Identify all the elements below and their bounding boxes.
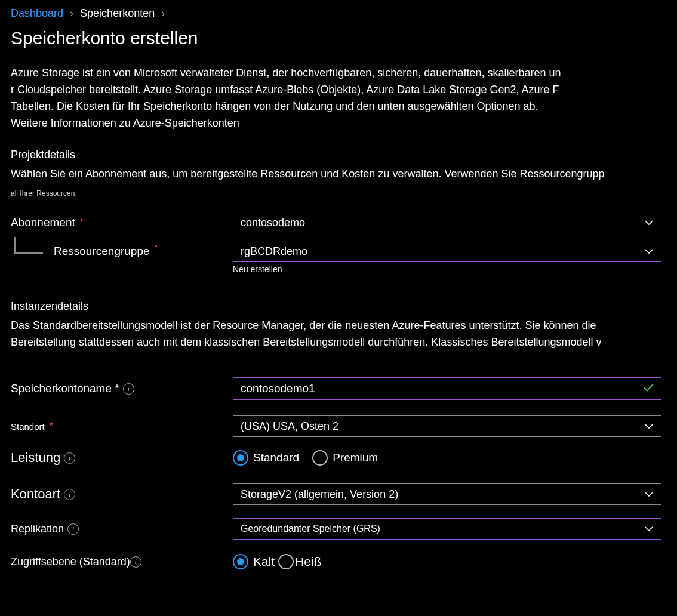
section-heading-project: Projektdetails <box>0 137 677 166</box>
page-title: Speicherkonto erstellen <box>11 28 666 48</box>
label-location-text: Standort <box>11 421 45 432</box>
subscription-select[interactable]: contosodemo <box>233 212 661 233</box>
radio-icon <box>312 450 328 466</box>
radio-hot-label: Heiß <box>295 555 321 569</box>
label-access-tier: Zugriffsebene (Standard) i <box>11 556 233 568</box>
radio-cold-label: Kalt <box>253 555 275 569</box>
label-replication: Replikation i <box>11 523 233 535</box>
label-replication-text: Replikation <box>11 523 64 535</box>
account-kind-value: StorageV2 (allgemein, Version 2) <box>241 488 398 501</box>
breadcrumb-dashboard[interactable]: Dashboard <box>11 7 63 19</box>
project-desc-small: all Ihrer Ressourcen. <box>0 189 677 198</box>
radio-cold[interactable]: Kalt <box>233 554 275 569</box>
project-desc-line: Wählen Sie ein Abonnement aus, um bereit… <box>11 168 605 180</box>
info-icon[interactable]: i <box>64 452 75 464</box>
row-location: Standort * (USA) USA, Osten 2 <box>0 412 677 441</box>
info-icon[interactable]: i <box>123 383 134 395</box>
subscription-value: contosodemo <box>241 217 305 229</box>
location-value: (USA) USA, Osten 2 <box>241 420 338 433</box>
replication-value: Georedundanter Speicher (GRS) <box>241 523 380 534</box>
intro-line: Azure Storage ist ein von Microsoft verw… <box>11 67 561 79</box>
info-icon[interactable]: i <box>130 556 141 568</box>
replication-select[interactable]: Georedundanter Speicher (GRS) <box>233 518 661 540</box>
chevron-down-icon <box>643 420 655 432</box>
radio-premium-label: Premium <box>333 451 378 464</box>
label-access-tier-text: Zugriffsebene (Standard) <box>11 556 130 568</box>
check-icon <box>642 381 655 397</box>
section-heading-instance: Instanzendetails <box>0 279 677 318</box>
row-subscription: Abonnement* contosodemo <box>0 208 677 237</box>
label-account-name: Speicherkontoname * i <box>11 382 233 395</box>
row-account-kind: Kontoart i StorageV2 (allgemein, Version… <box>0 480 677 509</box>
account-name-value: contosodemo1 <box>241 382 315 395</box>
breadcrumb: Dashboard › Speicherkonten › <box>0 0 677 20</box>
tree-indent-icon <box>14 237 43 254</box>
label-performance-text: Leistung <box>11 450 60 466</box>
radio-premium[interactable]: Premium <box>312 450 378 466</box>
radio-standard-label: Standard <box>253 451 299 464</box>
chevron-down-icon <box>643 217 655 229</box>
intro-line: Tabellen. Die Kosten für Ihr Speicherkon… <box>11 100 538 112</box>
chevron-down-icon <box>643 523 655 535</box>
radio-icon <box>233 450 248 466</box>
performance-radio-group: Standard Premium <box>233 450 661 466</box>
info-icon[interactable]: i <box>67 523 79 535</box>
create-new-link[interactable]: Neu erstellen <box>233 264 282 274</box>
intro-paragraph: Azure Storage ist ein von Microsoft verw… <box>0 65 677 132</box>
instance-desc-line: Bereitstellung stattdessen auch mit dem … <box>11 336 602 348</box>
chevron-right-icon: › <box>70 7 73 19</box>
project-desc: Wählen Sie ein Abonnement aus, um bereit… <box>0 166 677 183</box>
row-access-tier: Zugriffsebene (Standard) i Kalt Heiß <box>0 550 677 573</box>
radio-standard[interactable]: Standard <box>233 450 299 466</box>
radio-icon <box>233 554 248 569</box>
label-subscription: Abonnement* <box>11 216 233 229</box>
chevron-down-icon <box>643 488 655 500</box>
chevron-right-icon: › <box>161 7 165 19</box>
radio-icon <box>278 554 294 569</box>
label-account-name-text: Speicherkontoname * <box>11 382 119 395</box>
label-resource-group: Ressourcengruppe* <box>11 241 233 260</box>
resource-group-select[interactable]: rgBCDRdemo <box>233 241 661 262</box>
resource-group-value: rgBCDRdemo <box>241 245 307 258</box>
label-account-kind-text: Kontoart <box>11 486 60 502</box>
breadcrumb-storage-accounts[interactable]: Speicherkonten <box>80 7 155 19</box>
row-resource-group: Ressourcengruppe* rgBCDRdemo Neu erstell… <box>0 237 677 279</box>
row-account-name: Speicherkontoname * i contosodemo1 <box>0 374 677 404</box>
row-replication: Replikation i Georedundanter Speicher (G… <box>0 515 677 543</box>
account-name-input[interactable]: contosodemo1 <box>233 377 661 400</box>
learn-more-link[interactable]: Weitere Informationen zu Azure-Speicherk… <box>11 117 239 129</box>
account-kind-select[interactable]: StorageV2 (allgemein, Version 2) <box>233 483 661 505</box>
location-select[interactable]: (USA) USA, Osten 2 <box>233 415 661 437</box>
chevron-down-icon <box>643 245 655 257</box>
intro-line: r Cloudspeicher bereitstellt. Azure Stor… <box>11 84 559 96</box>
required-icon: * <box>80 217 84 228</box>
instance-desc: Das Standardbereitstellungsmodell ist de… <box>0 318 677 351</box>
access-tier-radio-group: Kalt Heiß <box>233 554 661 569</box>
info-icon[interactable]: i <box>64 489 75 500</box>
required-icon: * <box>155 242 158 253</box>
label-resource-group-text: Ressourcengruppe <box>54 245 150 258</box>
label-location: Standort * <box>11 421 233 432</box>
required-icon: * <box>50 421 53 432</box>
instance-desc-line: Das Standardbereitstellungsmodell ist de… <box>11 319 596 331</box>
radio-hot[interactable]: Heiß <box>278 554 321 569</box>
label-performance: Leistung i <box>11 450 233 466</box>
row-performance: Leistung i Standard Premium <box>0 446 677 469</box>
label-account-kind: Kontoart i <box>11 486 233 502</box>
label-subscription-text: Abonnement <box>11 216 75 229</box>
